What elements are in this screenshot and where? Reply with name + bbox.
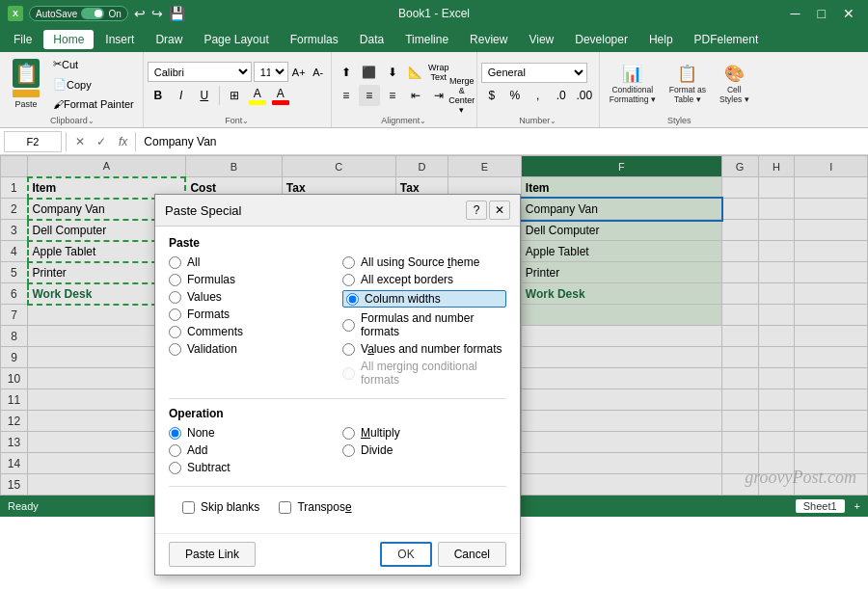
radio-comments[interactable] — [169, 326, 181, 338]
autosave-toggle[interactable] — [81, 8, 104, 19]
op-add[interactable]: Add — [169, 443, 333, 457]
option-values[interactable]: Values — [169, 290, 333, 304]
number-expand[interactable]: ⌄ — [550, 117, 556, 125]
radio-all-source[interactable] — [342, 256, 355, 269]
ok-button[interactable]: OK — [380, 542, 431, 567]
radio-all[interactable] — [169, 256, 181, 269]
font-color-button[interactable]: A — [270, 85, 291, 106]
menu-review[interactable]: Review — [460, 30, 517, 49]
comma-button[interactable]: , — [528, 85, 549, 106]
menu-data[interactable]: Data — [350, 30, 393, 49]
formula-input[interactable] — [140, 131, 864, 152]
number-format-select[interactable]: General — [481, 63, 587, 83]
radio-col-widths[interactable] — [346, 293, 359, 306]
orient-button[interactable]: 📐 — [405, 62, 426, 83]
percent-button[interactable]: % — [504, 85, 526, 106]
option-comments[interactable]: Comments — [169, 325, 333, 338]
radio-op-none[interactable] — [169, 427, 181, 440]
clipboard-expand[interactable]: ⌄ — [88, 117, 95, 125]
decrease-decimal-button[interactable]: .0 — [551, 85, 572, 106]
radio-op-subtract[interactable] — [169, 462, 181, 474]
currency-button[interactable]: $ — [481, 85, 502, 106]
maximize-button[interactable]: □ — [812, 4, 831, 23]
minimize-button[interactable]: ─ — [785, 4, 806, 23]
op-subtract[interactable]: Subtract — [169, 461, 333, 474]
increase-indent-button[interactable]: ⇥ — [428, 85, 449, 106]
font-shrink-button[interactable]: A- — [310, 64, 327, 81]
format-painter-button[interactable]: 🖌 Format Painter — [48, 95, 139, 113]
close-button[interactable]: ✕ — [837, 4, 860, 23]
option-validation[interactable]: Validation — [169, 342, 333, 356]
confirm-formula-button[interactable]: ✓ — [92, 132, 111, 151]
conditional-formatting-button[interactable]: 📊 ConditionalFormatting ▾ — [604, 60, 662, 108]
align-top-button[interactable]: ⬆ — [336, 62, 357, 83]
italic-button[interactable]: I — [171, 85, 192, 106]
add-sheet-button[interactable]: + — [854, 500, 860, 512]
radio-op-add[interactable] — [169, 444, 181, 457]
menu-developer[interactable]: Developer — [565, 30, 637, 49]
transpose-option[interactable]: Transpose — [279, 500, 351, 514]
radio-op-divide[interactable] — [342, 444, 355, 457]
alignment-expand[interactable]: ⌄ — [420, 117, 426, 125]
option-all[interactable]: All — [169, 255, 333, 269]
align-bottom-button[interactable]: ⬇ — [382, 62, 403, 83]
radio-formulas-num[interactable] — [342, 319, 355, 332]
fill-color-button[interactable]: A — [247, 85, 268, 106]
menu-pdfelement[interactable]: PDFelement — [685, 30, 769, 49]
menu-file[interactable]: File — [4, 30, 41, 49]
menu-timeline[interactable]: Timeline — [395, 30, 458, 49]
underline-button[interactable]: U — [194, 85, 215, 106]
radio-validation[interactable] — [169, 343, 181, 356]
font-expand[interactable]: ⌄ — [242, 117, 249, 125]
op-multiply[interactable]: Multiply — [342, 426, 506, 440]
radio-values[interactable] — [169, 291, 181, 304]
option-except-borders[interactable]: All except borders — [342, 273, 506, 286]
radio-formulas[interactable] — [169, 274, 181, 286]
wrap-text-button[interactable]: Wrap Text — [428, 62, 449, 83]
borders-button[interactable]: ⊞ — [224, 85, 245, 106]
increase-decimal-button[interactable]: .00 — [574, 85, 595, 106]
menu-page-layout[interactable]: Page Layout — [194, 30, 278, 49]
option-values-num[interactable]: Values and number formats — [342, 342, 506, 356]
cancel-formula-button[interactable]: ✕ — [70, 132, 90, 151]
align-middle-button[interactable]: ⬛ — [359, 62, 380, 83]
decrease-indent-button[interactable]: ⇤ — [405, 85, 426, 106]
option-merging[interactable]: All merging conditional formats — [342, 360, 506, 387]
option-formats[interactable]: Formats — [169, 308, 333, 321]
menu-home[interactable]: Home — [43, 30, 94, 49]
op-none[interactable]: None — [169, 426, 333, 440]
dialog-help-button[interactable]: ? — [466, 201, 487, 220]
dialog-close-button[interactable]: ✕ — [489, 201, 510, 220]
option-all-source[interactable]: All using Source theme — [342, 255, 506, 269]
align-right-button[interactable]: ≡ — [382, 85, 403, 106]
bold-button[interactable]: B — [148, 85, 169, 106]
cut-button[interactable]: ✂ Cut — [48, 55, 139, 73]
menu-formulas[interactable]: Formulas — [281, 30, 348, 49]
cell-styles-button[interactable]: 🎨 CellStyles ▾ — [714, 60, 755, 108]
op-divide[interactable]: Divide — [342, 443, 506, 457]
radio-merging[interactable] — [342, 367, 355, 380]
copy-button[interactable]: 📄 Copy — [48, 75, 139, 94]
menu-draw[interactable]: Draw — [146, 30, 192, 49]
option-col-widths[interactable]: Column widths — [342, 290, 506, 308]
radio-except-borders[interactable] — [342, 274, 355, 286]
merge-center-button[interactable]: Merge & Center ▾ — [451, 85, 473, 106]
radio-formats[interactable] — [169, 308, 181, 321]
align-left-button[interactable]: ≡ — [336, 85, 357, 106]
cell-reference-input[interactable] — [4, 131, 62, 152]
option-formulas[interactable]: Formulas — [169, 273, 333, 286]
menu-insert[interactable]: Insert — [95, 30, 144, 49]
undo-icon[interactable]: ↩ — [134, 6, 146, 21]
paste-button[interactable]: 📋 Paste — [6, 54, 46, 114]
sheet-tab[interactable]: Sheet1 — [796, 499, 845, 513]
font-size-select[interactable]: 11 — [254, 62, 288, 82]
font-name-select[interactable]: Calibri — [148, 62, 252, 82]
format-as-table-button[interactable]: 📋 Format asTable ▾ — [664, 60, 712, 108]
transpose-checkbox[interactable] — [279, 501, 291, 514]
font-grow-button[interactable]: A+ — [290, 64, 308, 81]
radio-values-num[interactable] — [342, 343, 355, 356]
option-formulas-num[interactable]: Formulas and number formats — [342, 311, 506, 338]
redo-icon[interactable]: ↪ — [151, 6, 163, 21]
menu-help[interactable]: Help — [639, 30, 683, 49]
cancel-button[interactable]: Cancel — [438, 542, 506, 567]
